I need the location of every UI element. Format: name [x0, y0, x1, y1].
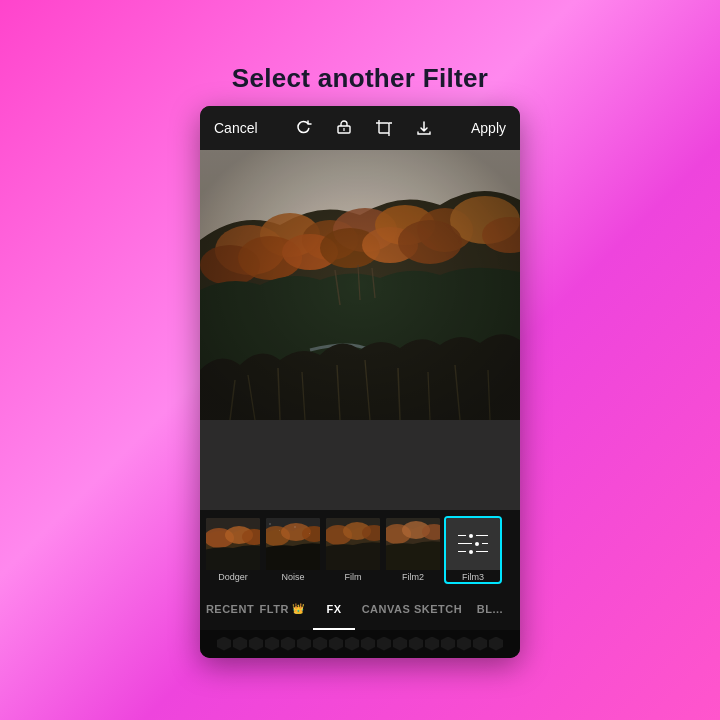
apply-button[interactable]: Apply — [471, 120, 506, 136]
s-line-right-3 — [476, 551, 488, 553]
thumb-img-film2 — [386, 518, 440, 570]
hex-cell — [393, 637, 407, 651]
filter-thumb-film3[interactable]: Film3 — [444, 516, 502, 584]
toolbar: Cancel — [200, 106, 520, 150]
tab-recent[interactable]: RECENT — [204, 588, 256, 630]
hex-cell — [265, 637, 279, 651]
hex-pattern — [200, 630, 520, 658]
svg-rect-44 — [269, 523, 271, 525]
eraser-icon[interactable] — [333, 117, 355, 139]
filter-label-dodger: Dodger — [206, 570, 260, 582]
tab-fltr[interactable]: FLTR 👑 — [256, 588, 308, 630]
hex-cell — [489, 637, 503, 651]
filter-thumb-dodger[interactable]: Dodger — [204, 516, 262, 584]
hex-cell — [329, 637, 343, 651]
settings-line-3 — [458, 550, 488, 554]
tab-canvas[interactable]: CANVAS — [360, 588, 412, 630]
s-dot-2 — [475, 542, 479, 546]
thumb-img-film3 — [446, 518, 500, 570]
tab-bl[interactable]: BL... — [464, 588, 516, 630]
tab-sketch[interactable]: SKETCH — [412, 588, 464, 630]
svg-rect-57 — [386, 518, 440, 570]
filter-thumb-noise[interactable]: Noise — [264, 516, 322, 584]
hex-cell — [313, 637, 327, 651]
hex-cell — [233, 637, 247, 651]
hex-cell — [377, 637, 391, 651]
toolbar-left: Cancel — [214, 120, 258, 136]
svg-rect-45 — [279, 530, 280, 531]
thumb-img-noise — [266, 518, 320, 570]
hex-cell — [297, 637, 311, 651]
category-tabs: RECENT FLTR 👑 FX CANVAS SKETCH BL... — [200, 588, 520, 630]
phone-frame: Cancel — [200, 106, 520, 658]
hex-cell — [473, 637, 487, 651]
filter-label-film2: Film2 — [386, 570, 440, 582]
hex-cell — [441, 637, 455, 651]
filter-thumb-film[interactable]: Film — [324, 516, 382, 584]
film-overlay — [200, 150, 520, 510]
filter-label-noise: Noise — [266, 570, 320, 582]
hex-cell — [409, 637, 423, 651]
svg-rect-2 — [379, 123, 389, 133]
cancel-button[interactable]: Cancel — [214, 120, 258, 136]
hex-row — [217, 637, 503, 651]
filter-label-film3: Film3 — [446, 570, 500, 582]
main-image — [200, 150, 520, 510]
s-line-left-2 — [458, 543, 472, 545]
redo-icon[interactable] — [293, 117, 315, 139]
s-dot-1 — [469, 534, 473, 538]
svg-rect-47 — [309, 533, 310, 534]
hex-cell — [217, 637, 231, 651]
svg-rect-46 — [294, 526, 296, 528]
thumb-img-film — [326, 518, 380, 570]
s-line-left-1 — [458, 535, 466, 537]
s-dot-3 — [469, 550, 473, 554]
filter-thumb-film2[interactable]: Film2 — [384, 516, 442, 584]
filter-strip: Dodger Noise — [200, 510, 520, 588]
hex-cell — [249, 637, 263, 651]
s-line-right-2 — [482, 543, 488, 545]
settings-line-1 — [458, 534, 488, 538]
hex-cell — [425, 637, 439, 651]
svg-rect-52 — [326, 518, 380, 570]
hex-cell — [281, 637, 295, 651]
crop-icon[interactable] — [373, 117, 395, 139]
page-title: Select another Filter — [232, 63, 488, 94]
filter-label-film: Film — [326, 570, 380, 582]
download-icon[interactable] — [413, 117, 435, 139]
s-line-right-1 — [476, 535, 488, 537]
hex-cell — [457, 637, 471, 651]
toolbar-right: Apply — [471, 120, 506, 136]
settings-line-2 — [458, 542, 488, 546]
settings-lines-icon — [458, 534, 488, 554]
crown-icon: 👑 — [292, 603, 305, 614]
hex-cell — [361, 637, 375, 651]
thumb-img-dodger — [206, 518, 260, 570]
tab-fx[interactable]: FX — [308, 588, 360, 630]
s-line-left-3 — [458, 551, 466, 553]
hex-cell — [345, 637, 359, 651]
